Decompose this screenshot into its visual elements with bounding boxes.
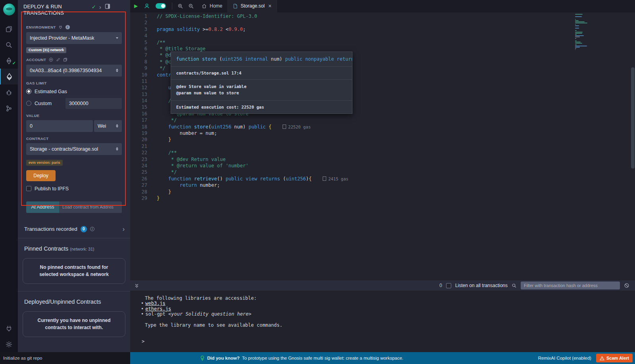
copilot-toggle[interactable] — [156, 3, 166, 9]
solidity-compiler-icon[interactable]: ✓ — [0, 53, 18, 69]
search-icon[interactable] — [0, 37, 18, 53]
solgpt-label: sol-gpt — [145, 311, 168, 317]
account-value: 0xA03...85ac4 (0.398673504934 — [30, 68, 102, 73]
hover-tooltip: function store (uint256 internal num) pu… — [171, 52, 352, 114]
contract-select[interactable]: Storage - contracts/Storage.sol — [26, 143, 122, 155]
transactions-info-icon[interactable]: i — [90, 227, 94, 231]
terminal-intro: The following libraries are accessible: — [145, 296, 635, 301]
settings-icon[interactable] — [0, 336, 18, 352]
account-select[interactable]: 0xA03...85ac4 (0.398673504934 — [26, 65, 122, 77]
solgpt-hint: <your Solidity question here> — [168, 311, 252, 317]
contract-label: CONTRACT — [26, 136, 49, 141]
minimap[interactable] — [575, 14, 616, 50]
terminal-prompt[interactable]: > — [142, 339, 635, 344]
main-area: ▶ Home Storage.sol × 1// SPDX- — [130, 0, 635, 352]
deployed-empty-message: Currently you have no unpinned contracts… — [23, 311, 125, 337]
terminal-outro: Type the library name to see available c… — [145, 323, 635, 328]
zoom-in-icon[interactable] — [177, 3, 183, 9]
edit-account-icon[interactable] — [56, 57, 60, 62]
tooltip-signature: function store (uint256 internal num) pu… — [171, 52, 352, 67]
listen-all-checkbox[interactable] — [446, 283, 451, 288]
zoom-out-icon[interactable] — [188, 3, 194, 9]
terminal-count: 0 — [439, 283, 442, 288]
lightbulb-icon — [200, 355, 205, 361]
at-address-button[interactable]: At Address — [26, 201, 59, 213]
editor-scrollbar[interactable] — [631, 67, 635, 169]
tooltip-cost: Estimated execution cost: 22520 gas — [171, 101, 352, 113]
panel-pin-icon[interactable] — [105, 4, 110, 9]
estimated-gas-radio[interactable] — [26, 89, 31, 94]
add-account-icon[interactable] — [48, 57, 53, 62]
terminal-search-icon[interactable] — [512, 283, 517, 288]
pinned-contracts-title: Pinned Contracts (network: 31) — [18, 238, 130, 252]
icon-sidebar: ✓ — [0, 0, 18, 352]
tab-home-label: Home — [210, 3, 222, 9]
copy-account-icon[interactable] — [63, 57, 67, 62]
tooltip-doc: @dev Store value in variable @param num … — [171, 80, 352, 101]
environment-info-icon[interactable]: i — [65, 25, 70, 29]
warning-icon — [600, 356, 604, 360]
environment-value: Injected Provider - MetaMask — [30, 35, 94, 41]
publish-ipfs-checkbox[interactable] — [26, 186, 31, 191]
transaction-filter-input[interactable] — [521, 282, 620, 289]
contract-value: Storage - contracts/Storage.sol — [30, 146, 98, 152]
ai-assistant-icon[interactable] — [144, 3, 150, 9]
file-explorer-icon[interactable] — [0, 21, 18, 37]
network-badge: Custom (31) network — [26, 47, 66, 53]
did-you-know-tip: Did you know? To prototype using the Gno… — [200, 355, 403, 361]
copilot-status[interactable]: RemixAI Copilot (enabled) — [538, 356, 591, 360]
home-icon — [202, 4, 207, 9]
value-input[interactable] — [26, 120, 93, 132]
plug-icon[interactable] — [58, 25, 63, 30]
tab-storage-sol[interactable]: Storage.sol × — [228, 0, 277, 12]
deploy-run-icon[interactable] — [0, 69, 18, 84]
panel-check-icon: ✓ — [92, 4, 96, 10]
terminal[interactable]: The following libraries are accessible: … — [130, 291, 635, 352]
account-label: ACCOUNT — [26, 57, 46, 62]
tab-home[interactable]: Home — [196, 0, 228, 12]
editor-tabbar: ▶ Home Storage.sol × — [130, 0, 635, 12]
environment-label: ENVIRONMENT — [26, 25, 56, 29]
tab-file-label: Storage.sol — [241, 3, 265, 9]
debugger-icon[interactable] — [0, 84, 18, 100]
custom-gas-label: Custom — [35, 101, 52, 106]
custom-gas-input[interactable] — [65, 98, 122, 109]
run-script-icon[interactable]: ▶ — [134, 3, 138, 9]
transactions-recorded-label: Transactions recorded — [24, 226, 77, 232]
deployed-contracts-title: Deployed/Unpinned Contracts — [18, 291, 130, 305]
close-tab-icon[interactable]: × — [268, 3, 271, 9]
evm-version-badge: evm version: paris — [26, 160, 63, 166]
transactions-expand-icon[interactable]: › — [123, 226, 125, 233]
code-editor[interactable]: 1// SPDX-License-Identifier: GPL-3.023pr… — [130, 12, 635, 280]
publish-ipfs-label: Publish to IPFS — [35, 186, 69, 192]
transactions-count-badge: 0 — [81, 226, 87, 232]
git-init-status[interactable]: Initialize as git repo — [0, 352, 130, 364]
remix-ide-window: ✓ DEPLOY & RUN TRANSACTIONS ✓ › — [0, 0, 635, 364]
estimated-gas-label: Estimated Gas — [35, 89, 67, 94]
scam-alert-button[interactable]: Scam Alert — [596, 354, 633, 362]
transactions-recorded-row[interactable]: Transactions recorded 0 i › — [18, 218, 130, 238]
pinned-empty-message: No pinned contracts found for selected w… — [23, 258, 125, 284]
deploy-run-panel: DEPLOY & RUN TRANSACTIONS ✓ › ENVIRONMEN… — [18, 0, 130, 352]
web3-link[interactable]: web3.js — [145, 301, 165, 306]
remix-logo-icon[interactable] — [3, 4, 15, 15]
block-transactions-icon[interactable] — [624, 283, 629, 288]
deploy-button[interactable]: Deploy — [26, 170, 56, 181]
value-unit-select[interactable]: Wei — [94, 120, 122, 132]
plugin-manager-icon[interactable] — [0, 320, 18, 336]
panel-next-icon[interactable]: › — [99, 4, 101, 10]
at-address-input[interactable] — [59, 201, 122, 213]
compile-success-icon: ✓ — [12, 61, 16, 66]
plugin-connector-icon[interactable] — [0, 100, 18, 116]
gas-limit-label: GAS LIMIT — [26, 81, 47, 85]
terminal-collapse-icon[interactable] — [134, 283, 139, 288]
value-label: VALUE — [26, 113, 40, 118]
pinned-network-label: (network: 31) — [70, 247, 94, 251]
terminal-header: 0 Listen on all transactions — [130, 280, 635, 291]
listen-all-label: Listen on all transactions — [455, 283, 508, 288]
environment-select[interactable]: Injected Provider - MetaMask — [26, 32, 122, 44]
solidity-file-icon — [233, 4, 238, 9]
custom-gas-radio[interactable] — [26, 101, 31, 106]
ethers-link[interactable]: ethers.js — [145, 306, 171, 312]
value-unit: Wei — [98, 123, 106, 129]
